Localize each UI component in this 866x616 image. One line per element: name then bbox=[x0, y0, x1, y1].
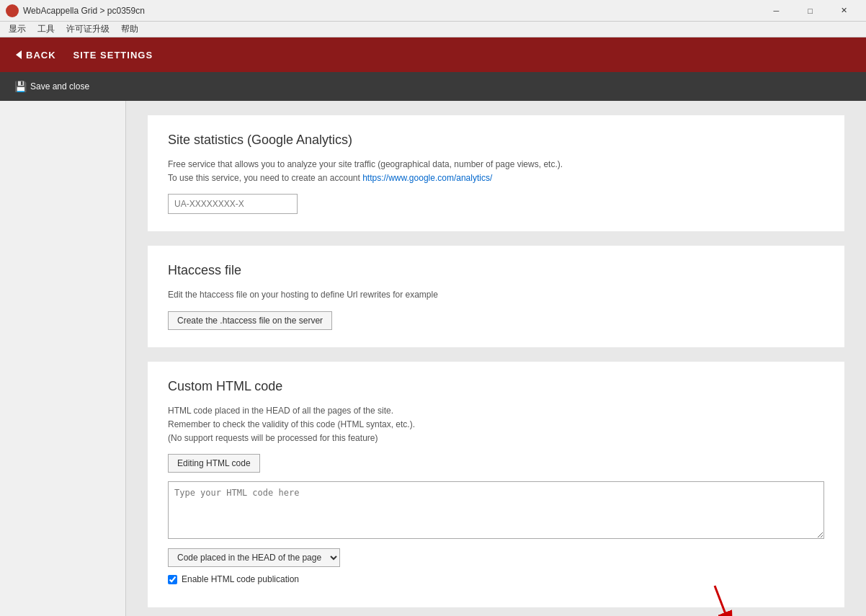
save-icon bbox=[14, 81, 26, 92]
app-logo bbox=[6, 4, 19, 17]
analytics-section: Site statistics (Google Analytics) Free … bbox=[148, 115, 844, 231]
enable-publication-label: Enable HTML code publication bbox=[182, 574, 299, 584]
analytics-link[interactable]: https://www.google.com/analytics/ bbox=[362, 173, 492, 183]
save-and-close-button[interactable]: Save and close bbox=[6, 76, 98, 97]
htaccess-desc: Edit the htaccess file on your hosting t… bbox=[168, 288, 824, 302]
analytics-desc: Free service that allows you to analyze … bbox=[168, 158, 824, 185]
sidebar bbox=[0, 101, 126, 616]
title-bar-controls: ─ □ ✕ bbox=[760, 0, 860, 22]
enable-publication-checkbox[interactable] bbox=[168, 575, 177, 584]
back-label: BACK bbox=[26, 50, 56, 61]
back-arrow-icon bbox=[16, 50, 22, 59]
main-layout: Site statistics (Google Analytics) Free … bbox=[0, 101, 866, 616]
close-button[interactable]: ✕ bbox=[828, 0, 860, 22]
menu-item-help[interactable]: 帮助 bbox=[115, 22, 144, 37]
htaccess-title: Htaccess file bbox=[168, 263, 824, 278]
analytics-input[interactable] bbox=[168, 194, 298, 214]
menu-item-display[interactable]: 显示 bbox=[3, 22, 32, 37]
custom-html-title: Custom HTML code bbox=[168, 379, 824, 394]
menu-bar: 显示 工具 许可证升级 帮助 bbox=[0, 22, 866, 37]
menu-item-tools[interactable]: 工具 bbox=[32, 22, 61, 37]
svg-line-1 bbox=[715, 586, 733, 616]
analytics-desc-line1: Free service that allows you to analyze … bbox=[168, 159, 563, 169]
title-bar-title: WebAcappella Grid > pc0359cn bbox=[23, 6, 760, 16]
title-bar: WebAcappella Grid > pc0359cn ─ □ ✕ bbox=[0, 0, 866, 22]
custom-html-desc1: HTML code placed in the HEAD of all the … bbox=[168, 406, 393, 416]
dropdown-container: Code placed in the HEAD of the page Code… bbox=[168, 548, 824, 574]
minimize-button[interactable]: ─ bbox=[760, 0, 793, 22]
custom-html-section: Custom HTML code HTML code placed in the… bbox=[148, 362, 844, 608]
back-button[interactable]: BACK bbox=[6, 44, 66, 66]
custom-html-desc2: Remember to check the validity of this c… bbox=[168, 419, 415, 429]
analytics-title: Site statistics (Google Analytics) bbox=[168, 133, 824, 148]
editing-html-button[interactable]: Editing HTML code bbox=[168, 454, 260, 473]
toolbar: Save and close bbox=[0, 72, 866, 101]
save-label: Save and close bbox=[30, 81, 89, 91]
code-placement-dropdown[interactable]: Code placed in the HEAD of the page Code… bbox=[168, 548, 340, 567]
red-arrow-annotation bbox=[686, 579, 758, 616]
custom-html-desc3: (No support requests will be processed f… bbox=[168, 433, 378, 443]
content-area: Site statistics (Google Analytics) Free … bbox=[126, 101, 866, 616]
nav-title: SITE SETTINGS bbox=[66, 50, 161, 61]
html-code-textarea[interactable] bbox=[168, 481, 824, 539]
create-htaccess-button[interactable]: Create the .htaccess file on the server bbox=[168, 311, 332, 330]
htaccess-section: Htaccess file Edit the htaccess file on … bbox=[148, 246, 844, 347]
maximize-button[interactable]: □ bbox=[794, 0, 826, 22]
custom-html-desc: HTML code placed in the HEAD of all the … bbox=[168, 404, 824, 446]
menu-item-license[interactable]: 许可证升级 bbox=[61, 22, 115, 37]
nav-bar: BACK SITE SETTINGS bbox=[0, 37, 866, 72]
analytics-desc-line2: To use this service, you need to create … bbox=[168, 173, 362, 183]
